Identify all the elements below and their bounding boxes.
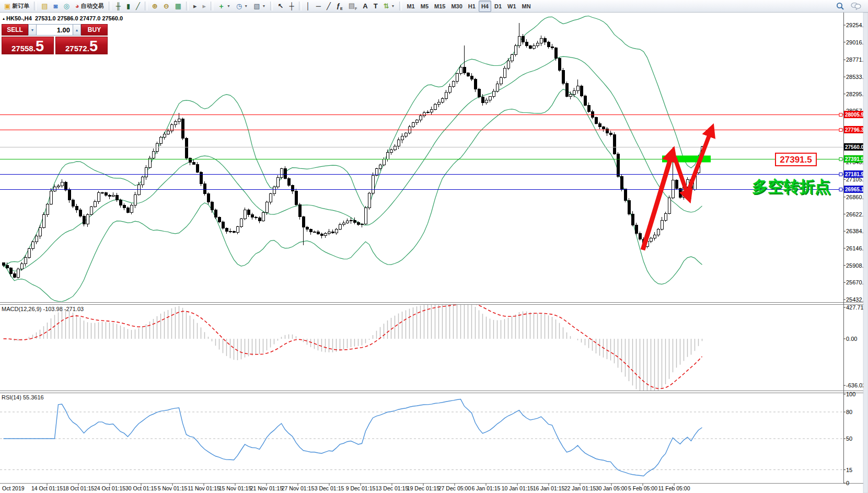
bull-candle xyxy=(273,187,275,193)
autoscroll-button[interactable]: ▸ xyxy=(200,1,209,12)
time-tick-label: 19 Dec 01:15 xyxy=(407,485,440,491)
buy-price-main: 27572 xyxy=(65,44,87,52)
autotrading-button[interactable]: ◕自动交易 xyxy=(73,1,107,12)
line-anchor-handle[interactable] xyxy=(839,113,842,117)
horizontal-line-button[interactable]: ─ xyxy=(314,1,323,12)
collapse-panel-icon[interactable]: ▴ xyxy=(3,16,5,21)
price-callout-text: 27391.5 xyxy=(780,155,812,165)
templates-button[interactable]: ▧▼ xyxy=(251,1,268,12)
bear-candle xyxy=(639,233,641,239)
bull-candle xyxy=(244,210,246,219)
bear-candle xyxy=(254,217,257,217)
bear-candle xyxy=(13,273,16,277)
zoom-out-button[interactable]: ⊖ xyxy=(161,1,172,12)
bear-candle xyxy=(679,189,681,197)
cn-annotation-text[interactable]: 多空转折点 xyxy=(752,178,830,195)
bear-candle xyxy=(68,190,71,200)
volume-input[interactable] xyxy=(37,24,73,36)
tf-m1-button[interactable]: M1 xyxy=(404,1,417,12)
line-anchor-handle[interactable] xyxy=(839,173,842,176)
bear-candle xyxy=(2,263,5,266)
community-icon-button[interactable]: ◙ xyxy=(51,1,61,12)
bull-candle xyxy=(342,223,345,224)
bear-candle xyxy=(309,230,312,232)
tile-windows-button[interactable]: ▦ xyxy=(172,1,184,12)
bull-candle xyxy=(240,219,242,227)
bull-candle xyxy=(372,175,374,193)
bull-candle xyxy=(485,100,488,103)
search-icon[interactable] xyxy=(836,2,844,10)
bear-candle xyxy=(72,200,74,207)
bear-candle xyxy=(543,39,546,42)
bear-candle xyxy=(529,45,531,48)
bear-candle xyxy=(620,176,623,189)
tf-w1-button[interactable]: W1 xyxy=(505,1,519,12)
line-anchor-handle[interactable] xyxy=(839,129,842,132)
bull-candle xyxy=(507,61,510,68)
sell-price-display[interactable]: 27558.5 xyxy=(2,37,54,54)
bar-chart-button[interactable]: ╫ xyxy=(113,1,123,12)
bull-candle xyxy=(503,68,506,78)
line-chart-button[interactable]: ╱ xyxy=(133,1,143,12)
line-anchor-handle[interactable] xyxy=(839,188,842,191)
tf-m30-button[interactable]: M30 xyxy=(448,1,465,12)
tf-h1-button[interactable]: H1 xyxy=(466,1,478,12)
bull-candle xyxy=(361,224,363,225)
bull-candle xyxy=(412,122,414,127)
bear-candle xyxy=(203,184,206,194)
candlestick-chart-button[interactable]: ▮ xyxy=(124,1,133,12)
bull-candle xyxy=(576,86,579,91)
vertical-line-button[interactable]: │ xyxy=(304,1,313,12)
bull-candle xyxy=(269,193,272,202)
new-order-button[interactable]: ▣新订单 xyxy=(2,1,32,12)
bull-candle xyxy=(536,43,539,46)
bear-candle xyxy=(481,97,484,102)
tile-windows-icon: ▦ xyxy=(175,3,181,9)
periods-button[interactable]: ◷▼ xyxy=(234,1,250,12)
tf-d1-button[interactable]: D1 xyxy=(492,1,504,12)
price-chart-canvas[interactable]: 27391.5多空转折点多空转折点29254.029016.028771.028… xyxy=(0,13,868,493)
volume-increase-button[interactable]: ▲ xyxy=(73,24,81,36)
bear-candle xyxy=(558,58,561,70)
tf-m15-button[interactable]: M15 xyxy=(432,1,448,12)
quote-ohlc-values: 27531.0 27586.0 27477.0 27560.0 xyxy=(35,15,123,21)
bull-candle xyxy=(492,91,495,97)
indicators-button[interactable]: ＋▼ xyxy=(215,1,233,12)
bear-candle xyxy=(613,135,616,154)
fibonacci-icon: ƒE xyxy=(337,2,343,10)
new-order-icon: ▣ xyxy=(4,3,10,9)
chat-icon[interactable] xyxy=(851,2,861,10)
arrows-button[interactable]: ⇅▼ xyxy=(381,1,398,12)
bull-candle xyxy=(394,146,396,150)
tf-m5-button[interactable]: M5 xyxy=(418,1,431,12)
volume-decrease-button[interactable]: ▼ xyxy=(28,24,37,36)
time-axis[interactable]: Oct 201914 Oct 01:1518 Oct 01:1524 Oct 0… xyxy=(2,484,690,491)
bull-candle xyxy=(141,177,144,185)
text-label-button[interactable]: T xyxy=(371,1,380,12)
bull-candle xyxy=(167,131,169,134)
crosshair-button[interactable]: ┼ xyxy=(286,1,296,12)
sell-button[interactable]: SELL xyxy=(2,24,28,36)
channels-button[interactable]: ▤F xyxy=(346,1,360,12)
tf-h4-button[interactable]: H4 xyxy=(479,1,491,12)
buy-button[interactable]: BUY xyxy=(81,24,108,36)
accounts-icon-button[interactable]: ▤ xyxy=(39,1,50,12)
bull-candle xyxy=(328,232,330,234)
signals-icon-button[interactable]: ◎ xyxy=(61,1,72,12)
text-button[interactable]: A xyxy=(360,1,370,12)
bull-candle xyxy=(57,186,60,187)
zoom-in-button[interactable]: ⊕ xyxy=(149,1,160,12)
toolbar-separator xyxy=(299,2,302,10)
shift-chart-button[interactable]: ▸ xyxy=(191,1,200,12)
line-anchor-handle[interactable] xyxy=(839,158,842,161)
tf-mn-button[interactable]: MN xyxy=(519,1,534,12)
bull-candle xyxy=(573,91,575,95)
buy-price-display[interactable]: 27572.5 xyxy=(55,37,108,54)
trendline-button[interactable]: ╱ xyxy=(324,1,333,12)
cursor-button[interactable]: ↖ xyxy=(275,1,286,12)
time-tick-label: 22 Jan 01:15 xyxy=(564,485,596,491)
bull-candle xyxy=(35,236,38,242)
sell-price-main: 27558 xyxy=(11,44,33,52)
fibonacci-button[interactable]: ƒE xyxy=(334,1,345,12)
rsi-tick-label: 0 xyxy=(846,480,849,486)
